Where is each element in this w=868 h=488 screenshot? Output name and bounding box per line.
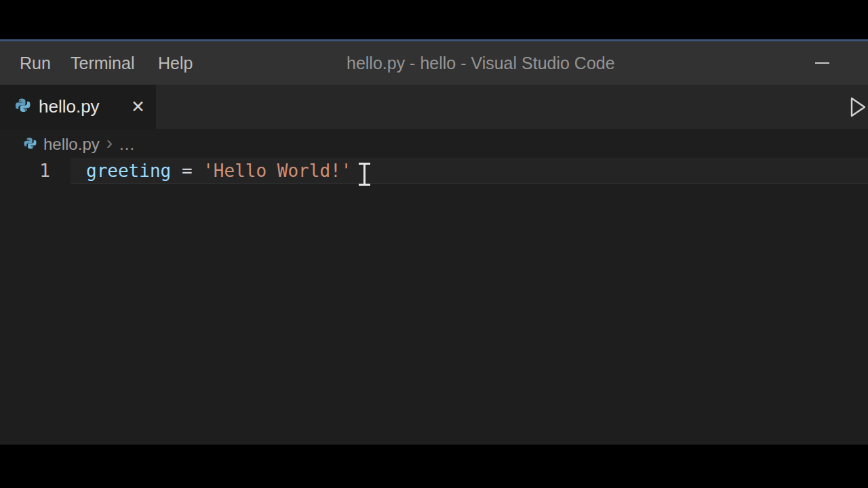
vscode-window: Run Terminal Help hello.py - hello - Vis… (0, 0, 868, 488)
python-icon (14, 97, 31, 117)
code-line[interactable]: greeting = 'Hello World!' (86, 159, 351, 184)
close-icon[interactable]: ✕ (131, 98, 145, 115)
tab-hello-py[interactable]: hello.py ✕ (0, 85, 156, 129)
token-string: 'Hello World!' (203, 161, 351, 181)
breadcrumb: hello.py › ... (22, 134, 135, 155)
editor-pane[interactable]: hello.py › ... 1 greeting = 'Hello World… (0, 129, 868, 445)
menu-item-terminal[interactable]: Terminal (66, 41, 138, 85)
tab-label: hello.py (39, 96, 100, 117)
minimize-icon (815, 62, 829, 64)
token-operator: = (171, 161, 203, 181)
breadcrumb-item-file[interactable]: hello.py (43, 135, 100, 154)
menu-bar: Run Terminal Help hello.py - hello - Vis… (0, 41, 868, 85)
tab-bar: hello.py ✕ (0, 85, 868, 129)
chevron-right-icon: › (106, 134, 113, 155)
run-file-button[interactable] (848, 96, 868, 119)
line-number: 1 (0, 159, 50, 184)
play-icon (848, 96, 867, 118)
menu-item-help[interactable]: Help (154, 41, 197, 85)
python-icon (22, 136, 37, 153)
text-cursor-pointer (358, 163, 372, 186)
window-title: hello.py - hello - Visual Studio Code (347, 41, 615, 85)
token-variable: greeting (86, 161, 171, 181)
minimize-button[interactable] (806, 41, 838, 85)
breadcrumb-item-symbol[interactable]: ... (119, 135, 135, 154)
menu-item-run[interactable]: Run (16, 41, 55, 85)
